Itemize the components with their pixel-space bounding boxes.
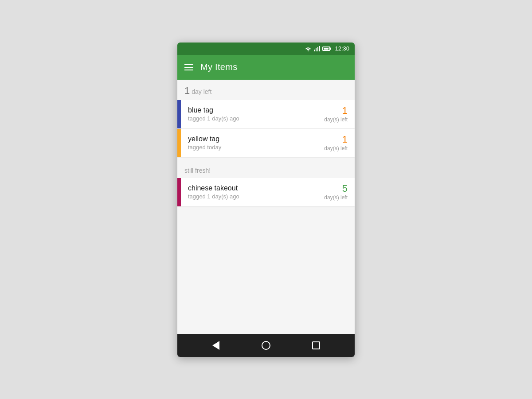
status-bar: 12:30 — [177, 43, 355, 55]
signal-icon — [314, 46, 320, 51]
phone-frame: 12:30 My Items 1day left blue tag tagged… — [177, 43, 355, 357]
back-icon — [212, 341, 219, 350]
home-icon — [262, 341, 270, 350]
days-label: day(s) left — [324, 145, 348, 151]
fresh-label: still fresh! — [184, 167, 211, 174]
days-label: day(s) left — [324, 116, 348, 123]
item-name: yellow tag — [188, 135, 310, 143]
item-tagged: tagged 1 day(s) ago — [188, 115, 310, 122]
days-count: 1 — [342, 106, 348, 116]
expiring-label: day left — [192, 88, 211, 95]
list-item[interactable]: blue tag tagged 1 day(s) ago 1 day(s) le… — [177, 100, 355, 128]
section-expiring-header: 1day left — [177, 80, 355, 100]
section-fresh-header: still fresh! — [177, 161, 355, 178]
item-name: blue tag — [188, 106, 310, 114]
item-name: chinese takeout — [188, 184, 310, 192]
battery-icon — [322, 46, 330, 51]
item-tagged: tagged today — [188, 144, 310, 151]
recents-icon — [312, 341, 320, 349]
list-item[interactable]: chinese takeout tagged 1 day(s) ago 5 da… — [177, 178, 355, 206]
blue-tag-stripe — [177, 100, 181, 128]
wifi-icon — [305, 46, 312, 52]
home-button[interactable] — [258, 337, 274, 353]
expiring-count: 1 — [184, 85, 190, 96]
menu-button[interactable] — [184, 64, 193, 70]
item-tagged: tagged 1 day(s) ago — [188, 193, 310, 200]
navigation-bar — [177, 334, 355, 357]
pink-tag-stripe — [177, 178, 181, 206]
days-count: 1 — [342, 135, 348, 144]
recents-button[interactable] — [308, 337, 324, 353]
list-item[interactable]: yellow tag tagged today 1 day(s) left — [177, 129, 355, 157]
days-count: 5 — [342, 184, 348, 194]
back-button[interactable] — [208, 337, 224, 353]
days-label: day(s) left — [324, 194, 348, 201]
yellow-tag-stripe — [177, 129, 181, 157]
status-icons — [305, 46, 330, 52]
status-time: 12:30 — [335, 45, 349, 52]
app-bar: My Items — [177, 55, 355, 80]
app-title: My Items — [200, 62, 238, 72]
content-area: 1day left blue tag tagged 1 day(s) ago 1… — [177, 80, 355, 334]
